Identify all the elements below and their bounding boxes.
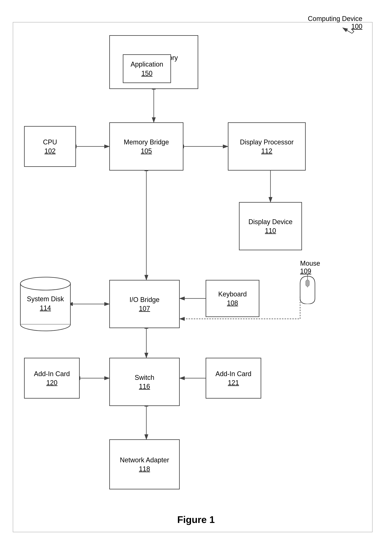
mouse-icon — [296, 274, 319, 304]
figure-caption-text: Figure 1 — [177, 514, 215, 525]
computing-device-text: Computing Device — [308, 15, 362, 22]
system-disk-number: 114 — [19, 304, 72, 312]
keyboard-number: 108 — [227, 299, 238, 307]
computing-device-arrow — [337, 24, 359, 35]
network-adapter-box: Network Adapter 118 — [109, 439, 180, 489]
display-device-box: Display Device 110 — [239, 202, 302, 250]
add-in-card-121-number: 121 — [228, 379, 239, 387]
keyboard-label: Keyboard — [218, 290, 247, 299]
add-in-card-120-label: Add-In Card — [34, 370, 70, 378]
network-adapter-label: Network Adapter — [120, 456, 169, 465]
io-bridge-number: 107 — [139, 305, 150, 313]
switch-box: Switch 116 — [109, 358, 180, 406]
add-in-card-121-label: Add-In Card — [215, 370, 251, 378]
display-processor-box: Display Processor 112 — [228, 122, 306, 170]
cpu-label: CPU — [43, 138, 57, 147]
application-label: Application — [131, 60, 163, 69]
system-disk-label: System Disk — [19, 295, 72, 304]
mouse-number: 109 — [300, 267, 311, 275]
mouse-label: Mouse 109 — [300, 260, 320, 275]
memory-bridge-number: 105 — [141, 147, 152, 155]
keyboard-box: Keyboard 108 — [206, 280, 259, 317]
application-box: Application 150 — [123, 54, 171, 83]
add-in-card-120-box: Add-In Card 120 — [24, 358, 80, 399]
add-in-card-121-box: Add-In Card 121 — [206, 358, 261, 399]
network-adapter-number: 118 — [139, 465, 150, 473]
display-device-number: 110 — [265, 227, 276, 235]
switch-label: Switch — [135, 373, 154, 382]
display-processor-number: 112 — [261, 147, 272, 155]
system-disk-cylinder: System Disk 114 — [19, 274, 72, 332]
application-number: 150 — [141, 70, 153, 77]
display-device-label: Display Device — [248, 218, 293, 226]
cpu-box: CPU 102 — [24, 126, 76, 167]
io-bridge-label: I/O Bridge — [129, 295, 159, 304]
svg-point-17 — [20, 277, 70, 290]
mouse-text: Mouse — [300, 260, 320, 267]
svg-rect-19 — [306, 280, 309, 286]
figure-caption: Figure 1 — [0, 514, 392, 525]
switch-number: 116 — [139, 383, 150, 390]
memory-bridge-label: Memory Bridge — [124, 138, 169, 147]
io-bridge-box: I/O Bridge 107 — [109, 280, 180, 328]
cpu-number: 102 — [45, 147, 56, 155]
system-memory-box: System Memory 104 Application 150 — [109, 35, 198, 89]
add-in-card-120-number: 120 — [46, 379, 57, 387]
diagram-container: Computing Device 100 System Memory 104 A… — [0, 0, 392, 540]
memory-bridge-box: Memory Bridge 105 — [109, 122, 184, 170]
display-processor-label: Display Processor — [240, 138, 294, 147]
